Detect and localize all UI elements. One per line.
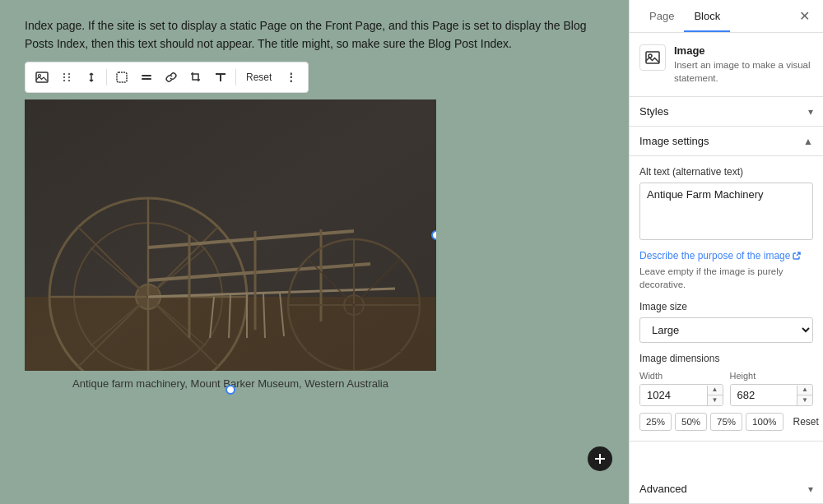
styles-label: Styles <box>639 105 668 118</box>
styles-section-header[interactable]: Styles ▾ <box>630 97 823 127</box>
percent-buttons-group: 25% 50% 75% 100% Reset <box>639 413 813 431</box>
percent-25-btn[interactable]: 25% <box>639 413 672 431</box>
height-spinners: ▲ ▼ <box>797 386 812 405</box>
percent-75-btn[interactable]: 75% <box>710 413 742 431</box>
svg-rect-44 <box>646 52 659 63</box>
alt-text-label: Alt text (alternative text) <box>639 166 813 178</box>
svg-rect-41 <box>25 99 436 371</box>
svg-rect-12 <box>220 73 221 81</box>
height-decrement-btn[interactable]: ▼ <box>797 395 812 405</box>
width-increment-btn[interactable]: ▲ <box>708 386 723 395</box>
styles-chevron: ▾ <box>808 106 813 118</box>
image-size-select[interactable]: Thumbnail Medium Large Full Size <box>639 317 813 343</box>
percent-50-btn[interactable]: 50% <box>675 413 707 431</box>
toolbar-crop-btn[interactable] <box>184 66 207 89</box>
width-decrement-btn[interactable]: ▼ <box>708 395 723 405</box>
editor-text: Index page. If the site is set to displa… <box>25 16 604 53</box>
dimensions-label: Image dimensions <box>639 353 813 364</box>
percent-100-btn[interactable]: 100% <box>746 413 783 431</box>
block-info-text: Image Insert an image to make a visual s… <box>674 44 813 85</box>
toolbar-drag-btn[interactable] <box>55 66 78 89</box>
svg-point-7 <box>68 80 70 81</box>
block-info: Image Insert an image to make a visual s… <box>630 33 823 97</box>
image-settings-content: Alt text (alternative text) Describe the… <box>630 156 823 442</box>
height-input-wrap: ▲ ▼ <box>730 384 814 406</box>
reset-dimensions-btn[interactable]: Reset <box>787 413 823 431</box>
image-settings-header[interactable]: Image settings ▲ <box>630 127 823 156</box>
svg-point-4 <box>63 76 65 78</box>
block-title: Image <box>674 44 813 57</box>
height-label: Height <box>730 371 814 381</box>
toolbar-divider-2 <box>235 69 236 86</box>
image-display <box>25 99 436 371</box>
right-panel: Page Block ✕ Image Insert an image to ma… <box>629 0 823 504</box>
height-input[interactable] <box>731 385 797 405</box>
image-dimensions-group: Image dimensions Width ▲ ▼ Height <box>639 353 813 431</box>
svg-point-3 <box>68 73 70 75</box>
image-container: Antique farm machinery, Mount Barker Mus… <box>25 99 436 390</box>
image-toolbar: Reset ⋮ <box>25 62 309 93</box>
resize-handle-bottom[interactable] <box>226 385 235 395</box>
toolbar-more-btn[interactable]: ⋮ <box>280 66 303 89</box>
svg-point-6 <box>63 80 65 81</box>
tab-block[interactable]: Block <box>684 2 730 32</box>
dimensions-inputs: Width ▲ ▼ Height ▲ <box>639 371 813 406</box>
resize-handle-right[interactable] <box>431 230 436 240</box>
svg-point-5 <box>68 76 70 78</box>
advanced-label: Advanced <box>639 483 687 495</box>
add-block-button[interactable] <box>588 446 612 471</box>
advanced-section-header[interactable]: Advanced ▾ <box>630 474 823 504</box>
block-description: Insert an image to make a visual stateme… <box>674 58 813 85</box>
height-field: Height ▲ ▼ <box>730 371 814 406</box>
image-size-label: Image size <box>639 301 813 312</box>
toolbar-text-btn[interactable] <box>209 66 232 89</box>
panel-tabs: Page Block <box>639 2 730 31</box>
image-svg <box>25 99 436 371</box>
toolbar-select-btn[interactable] <box>110 66 133 89</box>
width-input-wrap: ▲ ▼ <box>639 384 723 406</box>
panel-header: Page Block ✕ <box>630 0 823 33</box>
width-field: Width ▲ ▼ <box>639 371 723 406</box>
width-input[interactable] <box>640 385 707 405</box>
toolbar-link-btn[interactable] <box>160 66 183 89</box>
toolbar-align-btn[interactable] <box>135 66 158 89</box>
image-settings-chevron: ▲ <box>803 136 813 147</box>
svg-point-2 <box>63 73 65 75</box>
alt-text-helper: Leave empty if the image is purely decor… <box>639 265 813 291</box>
svg-rect-43 <box>595 458 605 460</box>
width-label: Width <box>639 371 723 381</box>
width-spinners: ▲ ▼ <box>707 386 723 405</box>
svg-rect-8 <box>117 72 127 82</box>
toolbar-divider-1 <box>106 69 107 86</box>
svg-point-1 <box>39 74 41 76</box>
toolbar-replace-btn[interactable]: Reset <box>239 66 278 89</box>
editor-content: Index page. If the site is set to displa… <box>0 0 629 399</box>
toolbar-move-btn[interactable] <box>80 66 103 89</box>
image-size-group: Image size Thumbnail Medium Large Full S… <box>639 301 813 343</box>
alt-text-link[interactable]: Describe the purpose of the image <box>639 250 813 261</box>
alt-text-input[interactable] <box>639 183 813 240</box>
svg-rect-10 <box>142 78 151 80</box>
height-increment-btn[interactable]: ▲ <box>797 386 812 395</box>
svg-rect-0 <box>36 72 48 82</box>
block-icon <box>639 44 666 71</box>
advanced-chevron: ▾ <box>808 483 813 495</box>
image-settings-label: Image settings <box>639 135 709 147</box>
tab-page[interactable]: Page <box>639 2 684 32</box>
editor-area: Index page. If the site is set to displa… <box>0 0 629 504</box>
toolbar-image-btn[interactable] <box>30 66 53 89</box>
panel-close-button[interactable]: ✕ <box>796 5 813 27</box>
svg-rect-9 <box>142 75 151 76</box>
